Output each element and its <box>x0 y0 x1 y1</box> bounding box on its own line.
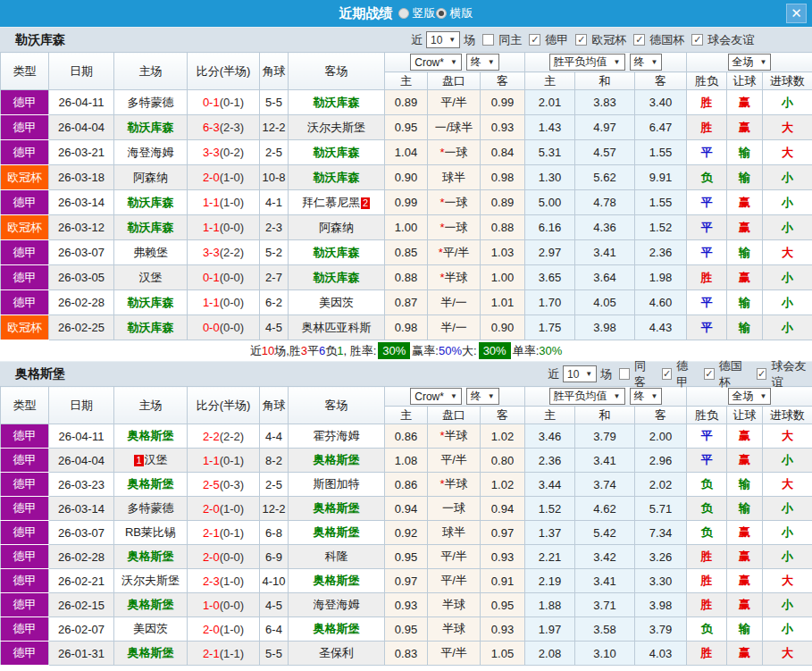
fulltime-select[interactable]: 全场▼ <box>728 388 772 405</box>
result-cell: 负 <box>687 497 727 521</box>
handicap-odds-cell: 0.83 <box>385 642 428 666</box>
team-cell-content: 勒沃库森 <box>314 146 360 159</box>
avg-odds-cell: 2.00 <box>635 424 687 449</box>
corner-cell: 5-2 <box>260 240 289 265</box>
col-header-away: 客场 <box>289 387 385 424</box>
match-row: 德甲26-04-041汉堡1-1(0-1)8-2奥格斯堡1.08平/半0.802… <box>1 449 812 473</box>
avg-odds-cell: 5.71 <box>635 497 687 521</box>
handicap-cell: 平/半 <box>428 642 481 666</box>
opponent-team-name: 沃尔夫斯堡 <box>121 574 180 587</box>
halftime-score: (1-0) <box>220 575 244 588</box>
handicap-result-cell: 赢 <box>727 593 763 617</box>
recent-games-select[interactable]: 10▼ <box>426 31 460 48</box>
bookmaker-select[interactable]: Crow*▼ <box>410 54 462 71</box>
league-type-cell: 欧冠杯 <box>1 215 49 240</box>
avg-odds-cell: 4.03 <box>635 642 687 666</box>
match-row: 德甲26-04-11奥格斯堡2-2(2-2)4-4霍芬海姆0.86*半球1.02… <box>1 424 812 449</box>
avg-odds-cell: 4.43 <box>635 315 687 340</box>
opponent-team-name: 阿森纳 <box>133 171 168 184</box>
result-cell: 平 <box>687 424 727 449</box>
team-cell-content: 拜仁慕尼黑2 <box>302 196 371 209</box>
avg-odds-cell: 3.10 <box>575 642 635 666</box>
avg-odds-cell: 1.98 <box>635 265 687 290</box>
avg-type-select[interactable]: 胜平负均值▼ <box>549 388 625 405</box>
col-header-date: 日期 <box>49 53 114 90</box>
final-avg-select[interactable]: 终▼ <box>630 54 663 71</box>
corner-cell: 2-5 <box>260 140 289 165</box>
final-odds-select[interactable]: 终▼ <box>466 54 499 71</box>
match-date: 26-03-14 <box>49 190 114 215</box>
handicap-text: 半球 <box>445 429 468 442</box>
checkbox-checked[interactable]: ✓ <box>704 368 715 380</box>
score-cell: 2-2(2-2) <box>188 424 260 449</box>
fulltime-score: 3-3 <box>203 146 220 159</box>
league-type-cell: 欧冠杯 <box>1 315 49 340</box>
handicap-odds-cell: 0.86 <box>385 424 428 449</box>
match-date: 26-02-25 <box>49 315 114 340</box>
fulltime-score: 0-0 <box>203 321 220 334</box>
layout-radio-selected[interactable]: 横版 <box>436 5 473 21</box>
avg-odds-cell: 4.36 <box>575 215 635 240</box>
layout-radio-option[interactable]: 竖版 <box>398 5 436 21</box>
league-type-cell: 德甲 <box>1 424 49 449</box>
avg-odds-cell: 3.71 <box>575 593 635 617</box>
team-cell-content: 奥格斯堡 <box>314 622 360 635</box>
avg-odds-cell: 1.70 <box>525 290 575 315</box>
halftime-score: (2-2) <box>220 430 244 443</box>
result-cell: 胜 <box>687 642 727 666</box>
avg-odds-cell: 2.36 <box>525 449 575 473</box>
checkbox-unchecked[interactable] <box>482 34 494 46</box>
fulltime-select[interactable]: 全场▼ <box>728 54 772 71</box>
checkbox-checked[interactable]: ✓ <box>691 34 703 46</box>
checkbox-checked[interactable]: ✓ <box>757 368 767 380</box>
opponent-team-name: 多特蒙德 <box>128 501 174 515</box>
away-team-cell: 拜仁慕尼黑2 <box>289 190 385 215</box>
handicap-odds-cell: 1.08 <box>385 449 428 473</box>
opponent-team-name: 拜仁慕尼黑 <box>302 196 360 209</box>
result-cell: 平 <box>687 190 727 215</box>
home-team-cell: 奥格斯堡 <box>114 424 188 449</box>
avg-odds-cell: 1.75 <box>525 315 575 340</box>
col-header-date: 日期 <box>49 387 114 424</box>
match-row: 德甲26-03-05汉堡0-1(0-0)2-7勒沃库森0.88*半球1.003.… <box>1 265 812 290</box>
avg-odds-cell: 3.83 <box>575 90 635 115</box>
handicap-result-cell: 赢 <box>727 521 763 545</box>
col-header-score: 比分(半场) <box>188 53 260 90</box>
handicap-odds-cell: 1.00 <box>385 215 428 240</box>
halftime-score: (1-0) <box>220 502 244 516</box>
close-button[interactable]: ✕ <box>786 4 807 23</box>
result-cell: 负 <box>687 617 727 642</box>
goals-result-cell: 小 <box>763 449 812 473</box>
result-cell: 胜 <box>687 593 727 617</box>
away-team-cell: 勒沃库森 <box>289 90 385 115</box>
handicap-result-cell: 赢 <box>727 215 763 240</box>
avg-type-select[interactable]: 胜平负均值▼ <box>549 54 625 71</box>
checkbox-checked[interactable]: ✓ <box>575 34 587 46</box>
team-cell-content: 奥格斯堡 <box>314 525 360 539</box>
fulltime-score: 3-3 <box>203 246 220 259</box>
checkbox-unchecked[interactable] <box>619 368 630 380</box>
final-avg-select[interactable]: 终▼ <box>630 388 663 405</box>
checkbox-checked[interactable]: ✓ <box>662 368 673 380</box>
chevron-down-icon: ▼ <box>488 58 495 66</box>
checkbox-checked[interactable]: ✓ <box>633 34 645 46</box>
focus-team-name: 奥格斯堡 <box>128 429 174 442</box>
halftime-score: (0-0) <box>220 599 244 612</box>
handicap-group-header: Crow*▼ 终▼ <box>385 53 525 72</box>
team-cell-content: 圣保利 <box>319 646 354 659</box>
handicap-odds-cell: 1.02 <box>481 473 525 497</box>
corner-cell: 4-1 <box>260 190 289 215</box>
final-odds-select[interactable]: 终▼ <box>466 388 499 405</box>
handicap-result-cell: 输 <box>727 497 763 521</box>
result-cell: 平 <box>687 240 727 265</box>
recent-games-select[interactable]: 10▼ <box>563 365 597 382</box>
team-cell-content: 勒沃库森 <box>128 321 174 334</box>
match-row: 德甲26-03-07RB莱比锡2-1(0-1)6-8奥格斯堡0.92球半0.97… <box>1 521 812 545</box>
result-cell: 平 <box>687 140 727 165</box>
league-type-cell: 德甲 <box>1 115 49 140</box>
goals-result-cell: 小 <box>763 521 812 545</box>
home-team-cell: 多特蒙德 <box>114 90 188 115</box>
bookmaker-select[interactable]: Crow*▼ <box>410 388 462 405</box>
checkbox-checked[interactable]: ✓ <box>529 34 540 46</box>
checkbox-label: 德国杯 <box>719 358 749 390</box>
